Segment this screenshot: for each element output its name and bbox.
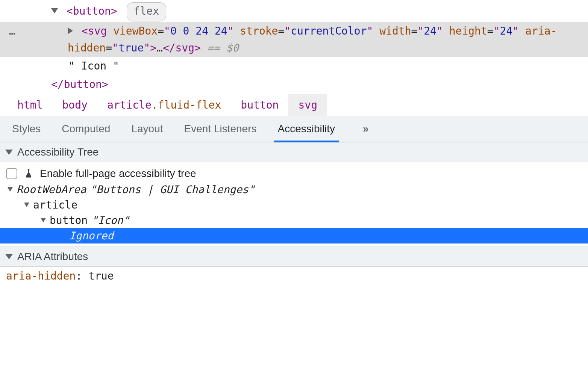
flex-badge[interactable]: flex	[127, 2, 166, 21]
flask-icon	[23, 168, 34, 179]
elements-dom-tree[interactable]: <button> flex … <svg viewBox="0 0 24 24"…	[0, 0, 588, 94]
dom-row-button-close[interactable]: </button>	[0, 76, 588, 94]
breadcrumb-button[interactable]: button	[231, 94, 288, 116]
aria-attribute-row: aria-hidden: true	[6, 270, 582, 282]
a11y-tree-root[interactable]: RootWebArea "Buttons | GUI Challenges"	[6, 182, 582, 197]
styles-pane-tabs[interactable]: StylesComputedLayoutEvent ListenersAcces…	[0, 116, 588, 142]
checkbox-unchecked[interactable]	[6, 168, 17, 179]
selected-node-ref: == $0	[207, 42, 239, 54]
dom-row-svg-selected[interactable]: … <svg viewBox="0 0 24 24" stroke="curre…	[0, 22, 588, 57]
a11y-tree-article[interactable]: article	[6, 197, 582, 213]
breadcrumb-html[interactable]: html	[8, 94, 52, 116]
section-title: Accessibility Tree	[17, 146, 99, 158]
pane-tab-styles[interactable]: Styles	[10, 116, 43, 142]
pane-tabs-more-icon[interactable]: »	[354, 123, 367, 135]
tree-expander-icon[interactable]	[41, 218, 46, 222]
a11y-tree-ignored-selected[interactable]: Ignored	[0, 228, 588, 243]
row-actions-ellipsis-icon[interactable]: …	[5, 23, 23, 40]
attr-viewBox[interactable]: viewBox="0 0 24 24"	[113, 25, 233, 37]
breadcrumb-body[interactable]: body	[52, 94, 97, 116]
section-accessibility-tree-header[interactable]: Accessibility Tree	[0, 142, 588, 162]
pane-tab-accessibility[interactable]: Accessibility	[276, 116, 337, 142]
section-aria-attributes-header[interactable]: ARIA Attributes	[0, 246, 588, 267]
pane-tab-event-listeners[interactable]: Event Listeners	[182, 116, 259, 142]
dom-row-text[interactable]: " Icon "	[0, 57, 588, 76]
dom-row-button-open[interactable]: <button> flex	[0, 2, 588, 22]
pane-tab-computed[interactable]: Computed	[59, 116, 112, 142]
expand-caret-down-icon[interactable]	[51, 8, 58, 14]
enable-full-page-tree-row[interactable]: Enable full-page accessibility tree	[6, 165, 582, 182]
enable-full-page-tree-label: Enable full-page accessibility tree	[40, 168, 196, 180]
section-caret-down-icon	[5, 150, 13, 155]
attr-width[interactable]: width="24"	[373, 25, 443, 37]
tree-expander-icon[interactable]	[8, 187, 13, 192]
dom-breadcrumb[interactable]: htmlbodyarticle.fluid-flexbuttonsvg	[0, 94, 588, 116]
expand-caret-right-icon[interactable]	[68, 27, 73, 34]
tree-expander-icon[interactable]	[24, 203, 29, 207]
a11y-tree-button[interactable]: button "Icon"	[6, 213, 582, 228]
attr-stroke[interactable]: stroke="currentColor"	[233, 25, 373, 37]
pane-tab-layout[interactable]: Layout	[129, 116, 165, 142]
breadcrumb-svg[interactable]: svg	[288, 94, 327, 116]
attr-height[interactable]: height="24"	[443, 25, 519, 37]
breadcrumb-article[interactable]: article.fluid-flex	[97, 94, 231, 116]
section-title: ARIA Attributes	[17, 251, 88, 263]
section-caret-down-icon	[5, 254, 13, 259]
